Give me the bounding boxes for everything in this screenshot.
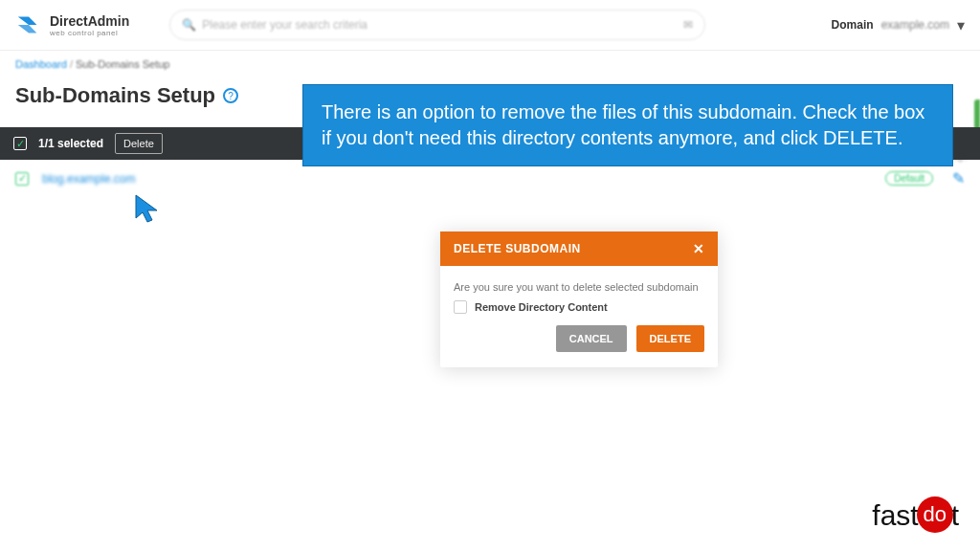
- domain-value: example.com: [881, 18, 949, 32]
- remove-directory-checkbox[interactable]: [454, 300, 467, 314]
- brand-title: DirectAdmin: [50, 13, 129, 29]
- bulk-delete-button[interactable]: Delete: [115, 133, 163, 154]
- close-icon[interactable]: ✕: [693, 241, 705, 256]
- modal-title: DELETE SUBDOMAIN: [454, 242, 581, 255]
- select-all-checkbox[interactable]: ✓: [13, 137, 27, 150]
- search-icon: 🔍: [182, 18, 196, 32]
- modal-question: Are you sure you want to delete selected…: [454, 281, 704, 293]
- svg-marker-0: [18, 17, 37, 25]
- search-input[interactable]: 🔍 Please enter your search criteria ✉: [169, 10, 705, 40]
- delete-button[interactable]: DELETE: [636, 325, 704, 352]
- page-title: Sub-Domains Setup: [15, 83, 215, 108]
- modal-header: DELETE SUBDOMAIN ✕: [440, 231, 718, 266]
- remove-directory-label: Remove Directory Content: [475, 301, 608, 313]
- fastdot-pre: fast: [872, 499, 918, 532]
- breadcrumb-root[interactable]: Dashboard: [15, 58, 67, 70]
- modal-body: Are you sure you want to delete selected…: [440, 266, 718, 325]
- fastdot-logo: fastdot: [872, 497, 959, 534]
- modal-footer: CANCEL DELETE: [440, 325, 718, 367]
- help-icon[interactable]: ?: [223, 88, 238, 103]
- row-checkbox[interactable]: ✓: [15, 172, 29, 186]
- breadcrumb-current: Sub-Domains Setup: [76, 58, 169, 70]
- remove-directory-row[interactable]: Remove Directory Content: [454, 300, 704, 314]
- svg-marker-2: [136, 195, 157, 222]
- search-placeholder: Please enter your search criteria: [202, 18, 368, 32]
- selection-count: 1/1 selected: [38, 137, 103, 150]
- domain-selector[interactable]: Domain example.com ▾: [832, 16, 965, 34]
- cursor-icon: [134, 193, 161, 230]
- edit-icon[interactable]: ✎: [952, 169, 965, 187]
- breadcrumb: Dashboard / Sub-Domains Setup: [0, 51, 980, 77]
- svg-marker-1: [18, 25, 37, 33]
- cancel-button[interactable]: CANCEL: [556, 325, 627, 352]
- delete-subdomain-modal: DELETE SUBDOMAIN ✕ Are you sure you want…: [440, 231, 718, 367]
- app-header: DirectAdmin web control panel 🔍 Please e…: [0, 0, 980, 51]
- brand-subtitle: web control panel: [50, 29, 129, 37]
- domain-label: Domain: [832, 18, 874, 32]
- instruction-callout: There is an option to remove the files o…: [302, 84, 953, 166]
- brand: DirectAdmin web control panel: [15, 11, 129, 38]
- chevron-down-icon: ▾: [957, 16, 965, 34]
- status-badge: Default: [885, 171, 933, 186]
- subdomain-name[interactable]: blog.example.com: [42, 172, 135, 186]
- notification-icon[interactable]: ✉: [683, 18, 693, 32]
- brand-logo-icon: [15, 11, 42, 38]
- fastdot-circle: do: [917, 496, 953, 533]
